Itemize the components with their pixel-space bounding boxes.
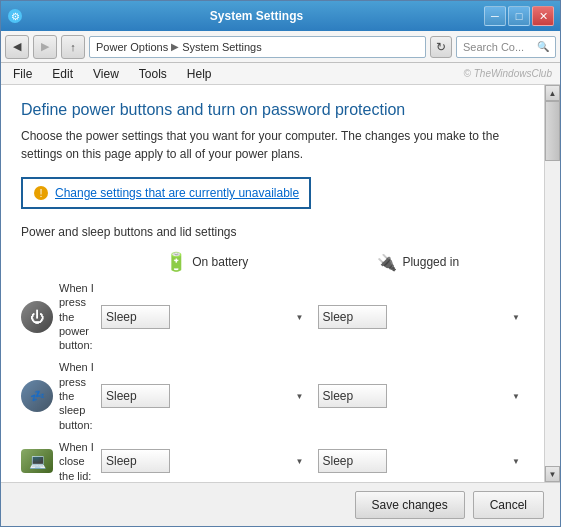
- title-bar: ⚙ System Settings ─ □ ✕: [1, 1, 560, 31]
- window-controls: ─ □ ✕: [484, 6, 554, 26]
- sleep-button-plugged-wrapper: Sleep Do nothing Hibernate Shut down: [318, 384, 525, 408]
- forward-button[interactable]: ▶: [33, 35, 57, 59]
- svg-text:!: !: [39, 187, 42, 199]
- menu-edit[interactable]: Edit: [48, 65, 77, 83]
- save-changes-button[interactable]: Save changes: [355, 491, 465, 519]
- lid-selects: Sleep Do nothing Hibernate Shut down Sle…: [101, 449, 524, 473]
- lid-label-group: 💻 When I close the lid:: [21, 440, 101, 482]
- lid-label: When I close the lid:: [59, 440, 101, 482]
- close-button[interactable]: ✕: [532, 6, 554, 26]
- address-path: Power Options ▶ System Settings: [89, 36, 426, 58]
- power-button-battery-select[interactable]: Sleep Do nothing Hibernate Shut down: [101, 305, 170, 329]
- col-header-plugged: 🔌 Plugged in: [313, 253, 525, 272]
- copyright-text: © TheWindowsClub: [464, 68, 552, 79]
- battery-icon: 🔋: [165, 251, 187, 273]
- menu-file[interactable]: File: [9, 65, 36, 83]
- sleep-button-plugged-select[interactable]: Sleep Do nothing Hibernate Shut down: [318, 384, 387, 408]
- scroll-thumb[interactable]: [545, 101, 560, 161]
- sleep-button-icon: 💤: [21, 380, 53, 412]
- lid-icon: 💻: [21, 449, 53, 473]
- power-button-label-group: ⏻ When I press the power button:: [21, 281, 101, 352]
- page-title: Define power buttons and turn on passwor…: [21, 101, 524, 119]
- window-title: System Settings: [29, 9, 484, 23]
- maximize-button[interactable]: □: [508, 6, 530, 26]
- cancel-button[interactable]: Cancel: [473, 491, 544, 519]
- window-icon: ⚙: [7, 8, 23, 24]
- sleep-button-selects: Sleep Do nothing Hibernate Shut down Sle…: [101, 384, 524, 408]
- power-button-row: ⏻ When I press the power button: Sleep D…: [21, 281, 524, 352]
- scroll-up-button[interactable]: ▲: [545, 85, 560, 101]
- lid-battery-wrapper: Sleep Do nothing Hibernate Shut down: [101, 449, 308, 473]
- content-area: Define power buttons and turn on passwor…: [1, 85, 544, 482]
- menu-help[interactable]: Help: [183, 65, 216, 83]
- back-button[interactable]: ◀: [5, 35, 29, 59]
- svg-text:⚙: ⚙: [11, 11, 20, 22]
- power-button-selects: Sleep Do nothing Hibernate Shut down Sle…: [101, 305, 524, 329]
- search-placeholder: Search Co...: [463, 41, 524, 53]
- scroll-track: [545, 101, 560, 466]
- address-bar: ◀ ▶ ↑ Power Options ▶ System Settings ↻ …: [1, 31, 560, 63]
- sleep-button-row: 💤 When I press the sleep button: Sleep D…: [21, 360, 524, 431]
- table-header: 🔋 On battery 🔌 Plugged in: [21, 251, 524, 273]
- lid-plugged-wrapper: Sleep Do nothing Hibernate Shut down: [318, 449, 525, 473]
- sleep-button-label-group: 💤 When I press the sleep button:: [21, 360, 101, 431]
- search-box[interactable]: Search Co... 🔍: [456, 36, 556, 58]
- col-header-battery-label: On battery: [192, 255, 248, 269]
- menu-tools[interactable]: Tools: [135, 65, 171, 83]
- col-header-battery: 🔋 On battery: [101, 251, 313, 273]
- breadcrumb-arrow: ▶: [171, 41, 179, 52]
- up-button[interactable]: ↑: [61, 35, 85, 59]
- lid-row: 💻 When I close the lid: Sleep Do nothing…: [21, 440, 524, 482]
- search-icon: 🔍: [537, 41, 549, 52]
- lid-battery-select[interactable]: Sleep Do nothing Hibernate Shut down: [101, 449, 170, 473]
- col-header-plugged-label: Plugged in: [402, 255, 459, 269]
- menu-view[interactable]: View: [89, 65, 123, 83]
- scroll-down-button[interactable]: ▼: [545, 466, 560, 482]
- path-part1: Power Options: [96, 41, 168, 53]
- scrollbar: ▲ ▼: [544, 85, 560, 482]
- power-button-label: When I press the power button:: [59, 281, 101, 352]
- power-button-icon: ⏻: [21, 301, 53, 333]
- path-part2: System Settings: [182, 41, 261, 53]
- content-wrapper: Define power buttons and turn on passwor…: [1, 85, 560, 482]
- power-button-plugged-select[interactable]: Sleep Do nothing Hibernate Shut down: [318, 305, 387, 329]
- power-button-plugged-wrapper: Sleep Do nothing Hibernate Shut down: [318, 305, 525, 329]
- refresh-button[interactable]: ↻: [430, 36, 452, 58]
- plug-icon: 🔌: [377, 253, 397, 272]
- sleep-button-battery-wrapper: Sleep Do nothing Hibernate Shut down: [101, 384, 308, 408]
- page-description: Choose the power settings that you want …: [21, 127, 524, 163]
- change-settings-link[interactable]: Change settings that are currently unava…: [55, 186, 299, 200]
- minimize-button[interactable]: ─: [484, 6, 506, 26]
- change-settings-box: ! Change settings that are currently una…: [21, 177, 311, 209]
- power-button-battery-wrapper: Sleep Do nothing Hibernate Shut down: [101, 305, 308, 329]
- sleep-button-label: When I press the sleep button:: [59, 360, 101, 431]
- footer: Save changes Cancel: [1, 482, 560, 526]
- sleep-button-battery-select[interactable]: Sleep Do nothing Hibernate Shut down: [101, 384, 170, 408]
- menu-bar: File Edit View Tools Help © TheWindowsCl…: [1, 63, 560, 85]
- shield-icon: !: [33, 185, 49, 201]
- lid-plugged-select[interactable]: Sleep Do nothing Hibernate Shut down: [318, 449, 387, 473]
- main-window: ⚙ System Settings ─ □ ✕ ◀ ▶ ↑ Power Opti…: [0, 0, 561, 527]
- power-section-heading: Power and sleep buttons and lid settings: [21, 225, 524, 239]
